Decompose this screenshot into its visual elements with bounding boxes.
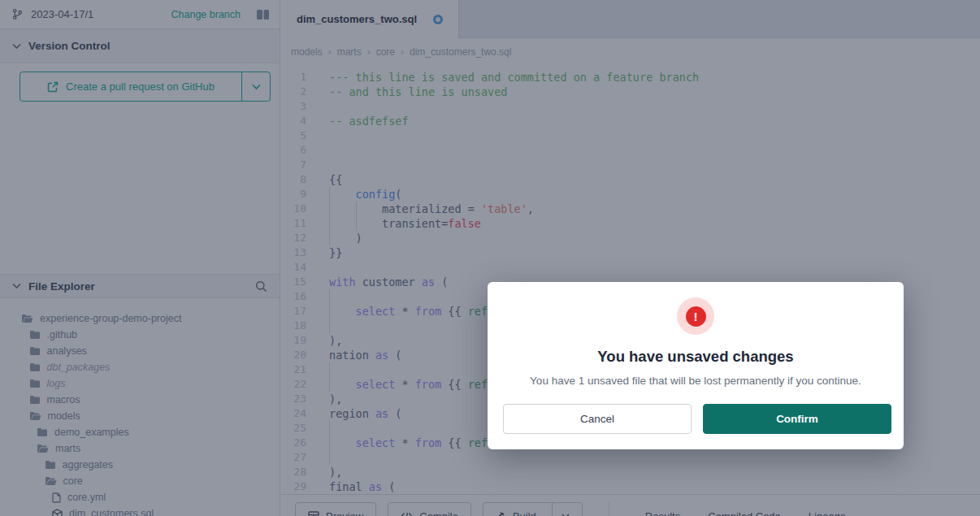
unsaved-changes-modal: ! You have unsaved changes You have 1 un… <box>488 282 904 449</box>
error-icon: ! <box>677 297 714 335</box>
modal-message: You have 1 unsaved file that will be los… <box>530 375 861 387</box>
modal-title: You have unsaved changes <box>597 348 793 366</box>
confirm-button[interactable]: Confirm <box>703 404 891 434</box>
cancel-button[interactable]: Cancel <box>503 404 692 434</box>
